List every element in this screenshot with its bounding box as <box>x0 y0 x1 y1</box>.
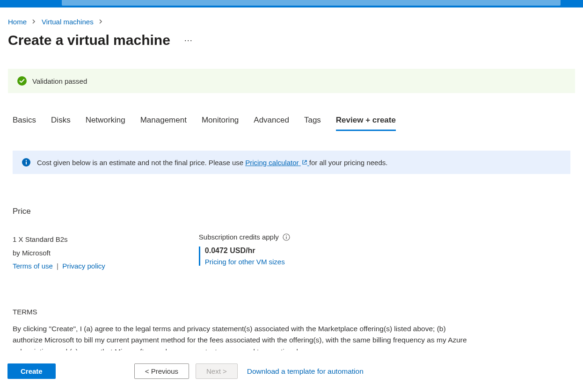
svg-rect-5 <box>286 236 286 239</box>
price-section: 1 X Standard B2s by Microsoft Terms of u… <box>13 233 575 273</box>
page-title: Create a virtual machine <box>8 32 170 48</box>
next-button: Next > <box>196 363 238 379</box>
svg-rect-6 <box>286 235 286 236</box>
wizard-tabs: Basics Disks Networking Management Monit… <box>8 116 575 131</box>
external-link-icon <box>302 159 307 167</box>
terms-body: By clicking "Create", I (a) agree to the… <box>13 323 472 350</box>
cost-info-text: Cost given below is an estimate and not … <box>37 159 387 167</box>
tab-review-create[interactable]: Review + create <box>336 116 396 131</box>
price-sku-block: 1 X Standard B2s by Microsoft Terms of u… <box>13 233 105 273</box>
tab-disks[interactable]: Disks <box>51 116 71 131</box>
tab-networking[interactable]: Networking <box>86 116 125 131</box>
previous-button[interactable]: < Previous <box>134 363 189 379</box>
tab-monitoring[interactable]: Monitoring <box>202 116 239 131</box>
breadcrumb: Home Virtual machines <box>8 18 575 26</box>
tab-advanced[interactable]: Advanced <box>254 116 289 131</box>
chevron-right-icon <box>32 19 36 25</box>
breadcrumb-home[interactable]: Home <box>8 18 27 26</box>
terms-heading: TERMS <box>13 308 575 316</box>
azure-topbar <box>0 0 583 7</box>
tab-basics[interactable]: Basics <box>13 116 36 131</box>
privacy-policy-link[interactable]: Privacy policy <box>62 262 105 270</box>
price-vendor: by Microsoft <box>13 247 105 260</box>
credits-apply-label: Subscription credits apply <box>199 233 279 241</box>
svg-rect-2 <box>26 162 27 165</box>
link-separator: | <box>57 262 58 270</box>
breadcrumb-virtual-machines[interactable]: Virtual machines <box>42 18 94 26</box>
topbar-search-placeholder <box>62 0 561 6</box>
tab-management[interactable]: Management <box>140 116 187 131</box>
more-options-button[interactable]: ··· <box>182 34 196 47</box>
cost-info-banner: Cost given below is an estimate and not … <box>13 151 570 174</box>
validation-banner: Validation passed <box>8 69 575 93</box>
price-cost-block: Subscription credits apply 0.0472 USD/hr… <box>199 233 290 273</box>
terms-of-use-link[interactable]: Terms of use <box>13 262 53 270</box>
tab-tags[interactable]: Tags <box>304 116 321 131</box>
create-button[interactable]: Create <box>7 363 56 379</box>
svg-rect-3 <box>26 160 27 161</box>
check-circle-icon <box>17 76 27 86</box>
other-vm-sizes-link[interactable]: Pricing for other VM sizes <box>205 258 285 266</box>
download-template-link[interactable]: Download a template for automation <box>247 367 364 376</box>
chevron-right-icon <box>99 19 103 25</box>
info-outline-icon[interactable] <box>283 233 290 241</box>
validation-text: Validation passed <box>32 77 87 85</box>
price-amount: 0.0472 USD/hr <box>205 247 290 255</box>
info-icon <box>22 158 30 167</box>
wizard-footer: Create < Previous Next > Download a temp… <box>0 357 583 392</box>
pricing-calculator-link[interactable]: Pricing calculator <box>245 159 309 167</box>
price-heading: Price <box>13 207 575 216</box>
price-sku: 1 X Standard B2s <box>13 233 105 247</box>
page-header: Create a virtual machine ··· <box>8 32 575 48</box>
